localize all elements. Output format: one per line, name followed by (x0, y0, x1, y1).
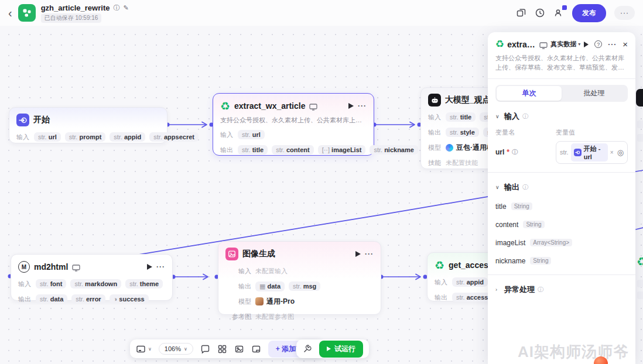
run-mode-tabs: 单次 批处理 (495, 85, 628, 102)
autosave-status: 已自动保存 10:59:16 (41, 13, 102, 23)
auto-layout-icon[interactable] (217, 344, 227, 354)
interaction-mode-dropdown[interactable]: ∨ (136, 344, 152, 354)
param-tag: str.title (446, 112, 476, 122)
node-extract-wx-article[interactable]: ♻ extract_wx_article ··· 支持公众号授权、永久素材上传、… (213, 93, 374, 156)
param-tag: str.nickname (370, 145, 418, 154)
debug-tool-icon[interactable] (302, 344, 312, 354)
collaboration-icon[interactable] (553, 8, 564, 18)
clear-reference-icon[interactable]: × (610, 149, 614, 156)
back-icon[interactable]: ‹ (8, 7, 12, 19)
data-mode-dropdown[interactable]: 真实数据▾ (550, 40, 580, 49)
panel-more-icon[interactable]: ··· (608, 40, 617, 49)
workflow-app-icon (18, 4, 36, 22)
node-config-panel: ♻ extract_wx_article 真实数据▾ ? ··· × 支持公众号… (488, 32, 635, 364)
run-node-icon[interactable] (355, 251, 361, 257)
model-value: 通用-Pro (255, 297, 295, 307)
input-empty-text: 未配置输入 (255, 267, 288, 276)
edit-icon[interactable]: ✎ (123, 5, 128, 11)
output-section-title: 输出 (504, 182, 519, 193)
preview-icon[interactable] (309, 102, 317, 109)
model-avatar (255, 297, 264, 305)
run-node-icon[interactable] (147, 264, 152, 270)
row-label: 模型 (225, 297, 251, 306)
row-label: 输入 (16, 133, 30, 142)
zoom-level-dropdown[interactable]: 106%∨ (159, 343, 193, 355)
param-tag: str.style (446, 128, 479, 137)
output-item: imageListArray<String> (495, 239, 628, 247)
param-tag: str.prompt (65, 132, 106, 142)
export-image-icon[interactable] (234, 344, 244, 354)
node-start[interactable]: 开始 输入 str.url str.prompt str.appid str.a… (9, 107, 167, 143)
preview-icon[interactable] (72, 263, 80, 270)
run-node-icon[interactable] (348, 103, 354, 109)
collapse-icon[interactable]: ∨ (495, 184, 501, 190)
pointer-mode-icon (136, 344, 146, 354)
partial-node-icon (636, 89, 643, 107)
row-label: 输入 (428, 113, 442, 122)
node-more-icon[interactable]: ··· (156, 263, 165, 271)
row-label: 输出 (435, 293, 448, 302)
help-icon[interactable]: ? (594, 40, 602, 48)
header-more-button[interactable]: ··· (614, 6, 635, 20)
param-tag: ▦data (255, 281, 285, 291)
partial-tag (637, 291, 643, 299)
preview-icon[interactable] (539, 41, 548, 48)
node-md2html[interactable]: M md2html ··· 输入 str.font str.markdown s… (11, 254, 173, 301)
partial-plugin-icon: ♻ (637, 256, 643, 267)
param-tag: str.font (36, 279, 66, 289)
variable-name: url*ⓘ (495, 148, 556, 156)
collapse-icon[interactable]: ∨ (495, 114, 501, 119)
info-icon[interactable]: ⓘ (113, 5, 119, 11)
frame-icon[interactable] (251, 344, 261, 354)
panel-title: extract_wx_article (507, 40, 536, 49)
duplicate-icon[interactable] (516, 8, 526, 18)
title-block: gzh_article_rewrite ⓘ ✎ 已自动保存 10:59:16 (41, 4, 129, 23)
node-more-icon[interactable]: ··· (365, 250, 374, 258)
tab-batch[interactable]: 批处理 (562, 86, 627, 101)
input-row-url: url*ⓘ str. 开始 - url × ◎ (495, 141, 628, 164)
test-run-button[interactable]: 试运行 (319, 341, 363, 358)
doubao-model-icon (446, 144, 453, 152)
run-node-icon[interactable] (584, 42, 589, 47)
history-icon[interactable] (535, 8, 545, 18)
row-label: 输出 (220, 146, 234, 154)
collaboration-badge (562, 5, 567, 10)
refimage-empty-text: 未配置参考图 (255, 313, 294, 321)
start-icon (16, 114, 29, 126)
exception-section-title: 异常处理 (504, 284, 535, 295)
node-description: 支持公众号授权、永久素材上传、公共素材库上传、保存草稿... (220, 116, 367, 125)
tab-single-run[interactable]: 单次 (497, 86, 562, 101)
close-icon[interactable]: × (623, 39, 628, 49)
publish-button[interactable]: 发布 (572, 4, 606, 22)
workflow-editor: { "icons": { "back": "‹", "info": "ⓘ", "… (0, 0, 643, 364)
info-icon: ⓘ (522, 183, 528, 191)
comment-icon[interactable] (200, 344, 210, 354)
row-label: 输入 (435, 278, 448, 287)
preset-value-icon[interactable]: ◎ (617, 148, 624, 157)
param-tag: [··]imageList (318, 145, 366, 154)
node-title: md2html (34, 262, 68, 272)
row-label: 输入 (225, 267, 251, 276)
info-icon: ⓘ (538, 286, 543, 294)
info-icon: ⓘ (512, 148, 518, 156)
info-icon: ⓘ (522, 112, 528, 121)
start-icon (574, 149, 582, 156)
run-toolbar: 试运行 (296, 339, 369, 358)
output-item: contentString (495, 221, 628, 229)
row-label: 技能 (428, 159, 442, 167)
node-image-generation[interactable]: 图像生成 ··· 输入 未配置输入 输出 ▦data str.msg 模型 通用… (218, 241, 381, 315)
variable-reference-pill[interactable]: 开始 - url (571, 143, 608, 162)
param-tag: str.url (34, 132, 61, 142)
param-tag: str.markdown (70, 279, 121, 289)
input-section-title: 输入 (504, 111, 519, 122)
canvas-toolbar: ∨ 106%∨ + 添加节点 (130, 339, 323, 358)
expand-icon[interactable]: › (495, 287, 501, 293)
node-more-icon[interactable]: ··· (358, 102, 367, 110)
param-tag: str.appid (452, 277, 488, 287)
param-tag: str.appid (110, 132, 145, 142)
workflow-title: gzh_article_rewrite (41, 4, 110, 12)
header-actions: 发布 ··· (516, 4, 635, 22)
row-label: 输入 (220, 131, 234, 139)
row-label: 输出 (428, 128, 442, 137)
variable-value-field[interactable]: str. 开始 - url × ◎ (556, 141, 628, 164)
